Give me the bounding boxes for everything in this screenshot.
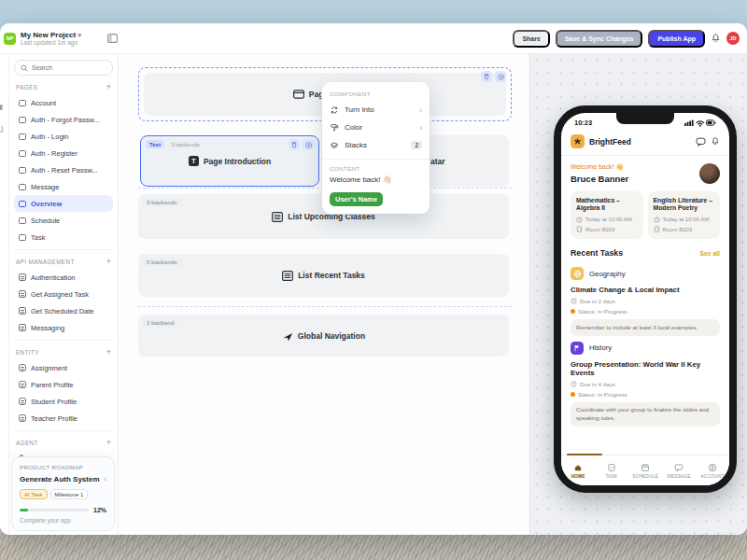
project-info[interactable]: My New Project ▾ Last updated 1m ago bbox=[21, 31, 81, 47]
task-item-geography[interactable]: Geography Climate Change & Local Impact … bbox=[561, 261, 729, 336]
sidebar-item-get-assigned-task[interactable]: Get Assigned Task bbox=[14, 286, 113, 302]
api-section: API MANAGEMENT + Authentication Get Assi… bbox=[14, 258, 113, 341]
search-icon bbox=[21, 64, 28, 72]
room-icon bbox=[576, 226, 583, 232]
item-label: Overview bbox=[31, 200, 62, 208]
user-name-variable-chip[interactable]: User's Name bbox=[330, 192, 383, 206]
stacks-icon bbox=[330, 141, 339, 150]
add-agent-button[interactable]: + bbox=[106, 439, 111, 447]
task-note: Remember to include at least 3 local exa… bbox=[571, 319, 720, 336]
sidebar-item-auth-forgot[interactable]: Auth - Forgot Passw... bbox=[14, 111, 113, 128]
tab-task[interactable]: TASK bbox=[595, 463, 628, 479]
tab-account[interactable]: ACCOUNT bbox=[696, 463, 729, 479]
add-page-button[interactable]: + bbox=[106, 83, 111, 91]
sidebar-item-assignment[interactable]: Assignment bbox=[14, 359, 113, 376]
menu-item-label: Color bbox=[345, 123, 414, 132]
task-note: Coordinate with your group to finalize t… bbox=[571, 402, 720, 427]
class-title: Mathematics – Algebra II bbox=[576, 197, 638, 213]
see-all-link[interactable]: See all bbox=[699, 250, 720, 257]
sidebar-item-task[interactable]: Task bbox=[14, 229, 113, 245]
add-api-button[interactable]: + bbox=[106, 258, 111, 266]
roadmap-task-row[interactable]: Generate Auth System › bbox=[20, 475, 106, 483]
class-card-mathematics[interactable]: Mathematics – Algebra II Today at 10:00 … bbox=[571, 191, 643, 239]
tab-label: TASK bbox=[606, 474, 618, 479]
top-header: NP My New Project ▾ Last updated 1m ago … bbox=[0, 23, 747, 54]
roadmap-task-name: Generate Auth System bbox=[20, 475, 100, 483]
component-list-recent-tasks[interactable]: 5 backends List Recent Tasks bbox=[138, 254, 509, 297]
tab-message[interactable]: MESSAGE bbox=[662, 463, 696, 479]
delete-icon[interactable] bbox=[481, 71, 492, 82]
add-icon[interactable]: + bbox=[0, 80, 6, 90]
sidebar-item-overview[interactable]: Overview bbox=[14, 195, 113, 212]
tab-schedule[interactable]: SCHEDULE bbox=[628, 463, 662, 479]
message-icon bbox=[674, 463, 684, 472]
search-input[interactable] bbox=[32, 64, 97, 71]
sidebar-item-message[interactable]: Message bbox=[14, 178, 113, 195]
sidebar-item-auth-login[interactable]: Auth - Login bbox=[14, 128, 113, 145]
status-time: 10:23 bbox=[574, 119, 592, 127]
menu-item-turn-into[interactable]: Turn Into › bbox=[330, 101, 422, 119]
component-page-introduction[interactable]: Text 3 backends T Page Introduction bbox=[140, 135, 319, 187]
sidebar-item-auth-register[interactable]: Auth - Register bbox=[14, 145, 113, 161]
sidebar-item-student-profile[interactable]: Student Profile bbox=[14, 393, 113, 410]
entity-section-title: ENTITY bbox=[16, 349, 39, 356]
bell-icon[interactable] bbox=[711, 33, 721, 44]
task-due: Due in 4 days bbox=[580, 381, 615, 387]
user-avatar[interactable]: JD bbox=[726, 32, 740, 45]
sidebar-item-get-scheduled-date[interactable]: Get Scheduled Date bbox=[14, 302, 113, 319]
sidebar-item-auth-reset[interactable]: Auth - Reset Passw... bbox=[14, 161, 113, 178]
tab-bar: HOME TASK SCHEDULE MESSAGE bbox=[561, 455, 729, 485]
editor-canvas[interactable]: Page Header Text 3 backends bbox=[119, 54, 529, 535]
layers-icon[interactable]: ❏ bbox=[0, 125, 6, 134]
class-cards: Mathematics – Algebra II Today at 10:00 … bbox=[561, 189, 729, 239]
task-title: Climate Change & Local Impact bbox=[571, 286, 720, 294]
class-time: Today at 10:00 AM bbox=[663, 217, 710, 222]
class-room: Room B203 bbox=[663, 227, 693, 232]
search-box[interactable] bbox=[14, 60, 113, 76]
chat-icon[interactable] bbox=[696, 137, 706, 147]
component-global-navigation[interactable]: 1 backend Global Navigation bbox=[138, 315, 509, 357]
menu-item-color[interactable]: Color › bbox=[330, 119, 422, 136]
component-label: List Recent Tasks bbox=[298, 271, 365, 280]
menu-item-stacks[interactable]: Stacks 2 bbox=[330, 136, 422, 154]
sidebar-item-teacher-profile[interactable]: Teacher Profile bbox=[14, 410, 113, 427]
save-sync-button[interactable]: Save & Sync Changes bbox=[556, 30, 643, 48]
agent-section-title: AGENT bbox=[16, 440, 38, 446]
bell-icon[interactable] bbox=[711, 136, 720, 147]
api-icon bbox=[19, 324, 26, 331]
toggle-sidebar-icon[interactable] bbox=[107, 34, 118, 43]
tab-home[interactable]: HOME bbox=[561, 463, 595, 479]
sidebar-item-schedule[interactable]: Schedule bbox=[14, 212, 113, 229]
item-label: Teacher Profile bbox=[31, 414, 78, 423]
sidebar-item-account[interactable]: Account bbox=[14, 94, 113, 111]
last-updated-label: Last updated 1m ago bbox=[21, 39, 81, 46]
stacks-count-badge: 2 bbox=[411, 141, 422, 149]
sidebar-item-authentication[interactable]: Authentication bbox=[14, 269, 113, 286]
milestone-badge: Milestone 1 bbox=[50, 489, 89, 499]
phone-preview: 10:23 BrightFeed bbox=[554, 105, 737, 493]
ai-task-badge: AI Task bbox=[20, 489, 48, 499]
left-toolbar-rail: + ▣ ❏ bbox=[0, 54, 9, 535]
share-button[interactable]: Share bbox=[513, 30, 549, 48]
calendar-icon bbox=[641, 463, 650, 472]
roadmap-progress-fill bbox=[20, 509, 28, 511]
item-label: Auth - Register bbox=[31, 149, 78, 158]
publish-app-button[interactable]: Publish App bbox=[648, 30, 705, 48]
sidebar-item-messaging[interactable]: Messaging bbox=[14, 319, 113, 336]
task-item-history[interactable]: History Group Presentation: World War II… bbox=[561, 336, 729, 427]
profile-photo[interactable] bbox=[699, 163, 720, 184]
sidebar-item-parent-profile[interactable]: Parent Profile bbox=[14, 376, 113, 393]
gear-icon[interactable] bbox=[495, 71, 506, 82]
pages-section-title: PAGES bbox=[16, 84, 37, 91]
item-label: Parent Profile bbox=[31, 381, 73, 389]
card-icon bbox=[293, 90, 304, 99]
menu-divider bbox=[322, 159, 430, 160]
chevron-down-icon: ▾ bbox=[78, 32, 81, 38]
class-card-english[interactable]: English Literature – Modern Poetry Today… bbox=[648, 191, 721, 239]
frame-icon[interactable]: ▣ bbox=[0, 103, 6, 112]
welcome-text: Welcome back! 👋 bbox=[571, 163, 699, 171]
class-title: English Literature – Modern Poetry bbox=[654, 197, 715, 213]
add-entity-button[interactable]: + bbox=[106, 348, 111, 357]
clock-icon bbox=[571, 381, 577, 387]
phone-screen: BrightFeed Welcome back! 👋 Bruce Banner bbox=[561, 113, 729, 485]
